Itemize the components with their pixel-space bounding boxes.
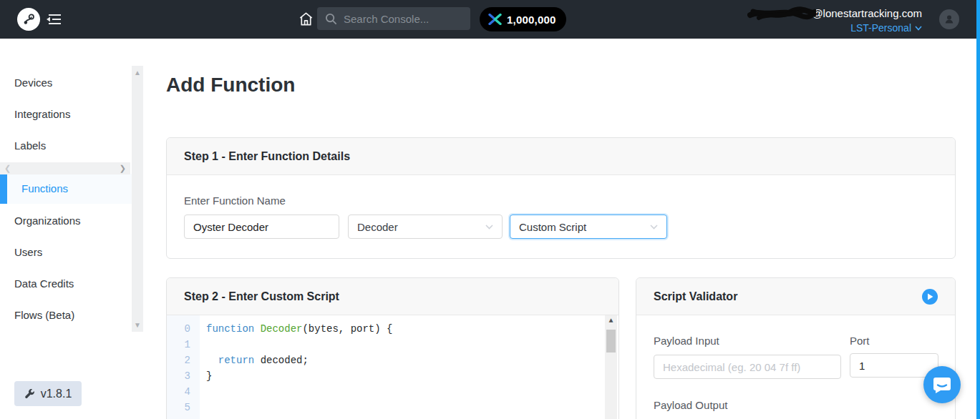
sidebar-item-users[interactable]: Users (14, 245, 42, 260)
sidebar-item-data-credits[interactable]: Data Credits (14, 277, 74, 291)
version-label: v1.8.1 (41, 388, 72, 400)
code-line[interactable]: 5 (167, 400, 618, 415)
intercom-chat-button[interactable] (923, 366, 961, 403)
data-credits-badge[interactable]: 1,000,000 (480, 7, 566, 31)
line-code: return decoded; (200, 353, 309, 368)
sidebar: Devices Integrations Labels ❮ ❯ Function… (0, 39, 143, 419)
sidebar-item-functions[interactable]: Functions (21, 182, 68, 196)
org-name: LST-Personal (850, 22, 911, 34)
line-number: 5 (167, 400, 200, 415)
scrollbar-thumb[interactable] (606, 330, 616, 353)
line-number: 1 (167, 337, 200, 353)
scrollbar-up-icon[interactable]: ▲ (605, 317, 617, 325)
code-line[interactable]: 0function Decoder(bytes, port) { (167, 321, 618, 337)
sidebar-item-flows-beta[interactable]: Flows (Beta) (14, 308, 74, 322)
chat-bubble-icon (933, 375, 951, 394)
code-editor[interactable]: 0function Decoder(bytes, port) {12 retur… (167, 315, 618, 419)
function-name-input[interactable] (184, 215, 339, 239)
step2-card: Step 2 - Enter Custom Script 0function D… (166, 277, 619, 419)
code-line[interactable]: 1 (167, 337, 618, 353)
sidebar-item-labels[interactable]: Labels (14, 139, 46, 153)
line-code (200, 337, 206, 353)
payload-output-label: Payload Output (654, 399, 727, 411)
function-format-value: Custom Script (519, 221, 586, 233)
function-type-select[interactable]: Decoder (348, 215, 503, 239)
function-type-value: Decoder (357, 221, 398, 233)
scroll-right-icon[interactable]: ❯ (120, 164, 126, 173)
chevron-down-icon (915, 26, 922, 31)
sidebar-vertical-scrollbar[interactable]: ▲ ▼ (132, 66, 143, 332)
validator-header: Script Validator (654, 290, 737, 303)
play-icon (927, 293, 933, 300)
payload-input-field[interactable] (654, 355, 841, 379)
payload-input-label: Payload Input (654, 335, 719, 347)
search-icon (325, 13, 337, 25)
line-number: 4 (167, 384, 200, 400)
top-navbar: 1,000,000 @lonestartracking.com LST-Pers… (0, 0, 976, 39)
line-code: } (200, 368, 212, 384)
sidebar-item-devices[interactable]: Devices (14, 76, 52, 90)
run-validator-button[interactable] (922, 289, 938, 305)
person-icon (943, 14, 955, 25)
avatar[interactable] (939, 9, 959, 29)
home-icon[interactable] (298, 11, 314, 30)
scroll-left-icon[interactable]: ❮ (4, 164, 11, 173)
line-code: function Decoder(bytes, port) { (200, 321, 392, 337)
script-validator-card: Script Validator Payload Input Port Payl… (636, 277, 956, 419)
helium-molecule-icon (21, 11, 37, 27)
credits-count: 1,000,000 (507, 14, 556, 26)
redaction-scribble (747, 5, 816, 22)
step1-header: Step 1 - Enter Function Details (167, 138, 955, 175)
line-code (200, 400, 206, 415)
account-email: @lonestartracking.com (747, 6, 922, 20)
org-selector[interactable]: LST-Personal (747, 22, 922, 34)
function-format-select[interactable]: Custom Script (510, 215, 667, 239)
chevron-down-icon (650, 225, 658, 230)
line-number: 0 (167, 321, 200, 337)
active-item-indicator (0, 174, 7, 204)
code-line[interactable]: 4 (167, 384, 618, 400)
code-line[interactable]: 3} (167, 368, 618, 384)
port-label: Port (850, 335, 870, 347)
version-badge[interactable]: v1.8.1 (14, 381, 82, 406)
line-number: 2 (167, 353, 200, 368)
right-edge-stripe (976, 0, 980, 419)
sidebar-horizontal-scrollbar[interactable]: ❮ ❯ (0, 162, 130, 174)
account-block: @lonestartracking.com LST-Personal (747, 6, 922, 34)
scroll-up-icon[interactable]: ▲ (132, 69, 143, 77)
code-editor-lines[interactable]: 0function Decoder(bytes, port) {12 retur… (167, 315, 618, 415)
step2-header: Step 2 - Enter Custom Script (167, 278, 618, 315)
port-field[interactable] (850, 353, 938, 378)
scroll-down-icon[interactable]: ▼ (132, 321, 143, 329)
line-code (200, 384, 206, 400)
email-suffix: @lonestartracking.com (812, 7, 922, 19)
chevron-down-icon (485, 225, 493, 230)
line-number: 3 (167, 368, 200, 384)
function-name-label: Enter Function Name (184, 194, 938, 207)
search-input[interactable] (344, 13, 458, 25)
page-title: Add Function (166, 74, 295, 97)
step1-card: Step 1 - Enter Function Details Enter Fu… (166, 137, 956, 259)
helium-logo[interactable] (17, 8, 40, 31)
menu-fold-icon[interactable] (46, 14, 61, 28)
editor-scrollbar[interactable]: ▲ (605, 315, 617, 419)
data-credits-icon (488, 14, 502, 25)
wrench-icon (24, 388, 35, 399)
search-console-box[interactable] (317, 7, 470, 30)
code-line[interactable]: 2 return decoded; (167, 353, 618, 368)
sidebar-item-integrations[interactable]: Integrations (14, 107, 70, 122)
sidebar-item-organizations[interactable]: Organizations (14, 214, 81, 228)
